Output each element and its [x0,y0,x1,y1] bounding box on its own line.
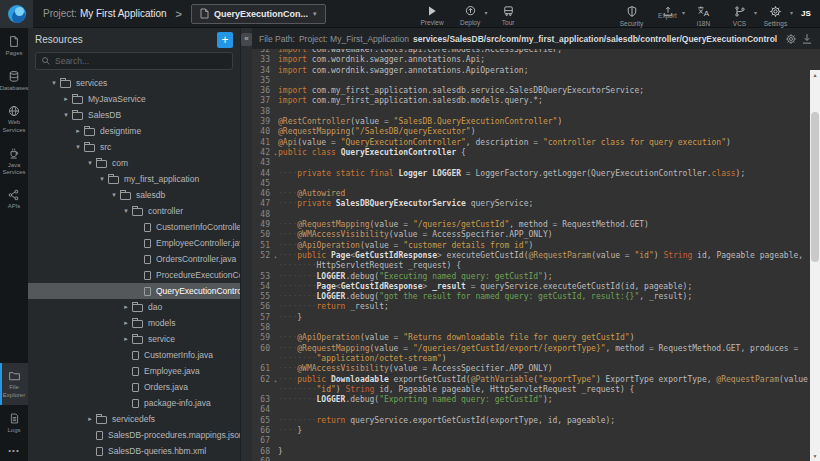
tree-row[interactable]: QueryExecutionController.java [28,283,240,299]
git-branch-icon [734,5,746,18]
fold-icon[interactable]: ▾ [274,376,277,386]
folder-icon [96,160,107,168]
tree-caret-icon[interactable]: ▸ [120,335,132,343]
tree-caret-icon[interactable]: ▾ [48,79,60,87]
line-number: 44 [252,169,270,179]
tree-caret-icon[interactable]: ▾ [96,175,108,183]
tree-row[interactable]: ▾salesdb [28,187,240,203]
editor-settings-gear-icon[interactable] [785,33,797,45]
line-number: 51 [252,241,270,251]
settings-button[interactable]: Settings ▾ [761,1,790,27]
rail-item-apis[interactable]: APIs [0,182,28,216]
folder-icon [132,336,143,344]
tree-row[interactable]: ▾my_first_application [28,171,240,187]
line-number [252,385,270,395]
tree-caret-icon[interactable]: ▸ [84,415,96,423]
line-number: 64 [252,405,270,415]
tree-row[interactable]: ▸servicedefs [28,411,240,427]
fold-icon[interactable]: ▾ [274,149,277,159]
file-dropdown[interactable]: QueryExecutionCon... ▾ [191,4,326,24]
tree-row[interactable]: ▸dao [28,299,240,315]
user-avatar[interactable]: JS [797,5,815,23]
tree-caret-icon[interactable]: ▾ [84,159,96,167]
rail-item-web-services[interactable]: Web Services [0,98,28,139]
vcs-button[interactable]: VCS ▾ [725,1,754,27]
download-icon[interactable] [801,33,813,45]
search-input[interactable] [55,56,227,66]
more-options-icon[interactable]: ••• [0,440,28,461]
tree-caret-icon[interactable]: ▸ [120,319,132,327]
tree-label: servicedefs [112,414,155,424]
line-number: 48 [252,210,270,220]
rail-item-java-services[interactable]: Java Services [0,140,28,182]
tree-row[interactable]: EmployeeController.java [28,235,240,251]
rail-item-logs[interactable]: Logs [0,405,28,440]
tree-row[interactable]: package-info.java [28,395,240,411]
tree-caret-icon[interactable]: ▸ [60,95,72,103]
tree-row[interactable]: OrdersController.java [28,251,240,267]
scroll-down-icon[interactable]: ▼ [810,451,820,461]
tree-label: salesdb [136,190,165,200]
export-button[interactable]: Export ▾ [653,1,682,19]
folder-icon [132,208,143,216]
play-icon [426,5,438,17]
file-icon [132,399,139,408]
tree-row[interactable]: CustomerInfo.java [28,347,240,363]
tree-row[interactable]: Orders.java [28,379,240,395]
tree-label: CustomerInfo.java [144,350,213,360]
app-logo[interactable] [0,0,33,28]
line-number: 62▾ [252,375,270,385]
folder-icon [96,416,107,424]
i18n-button[interactable]: A i18N [689,1,718,27]
tree-label: Employee.java [144,366,200,376]
panel-divider[interactable]: « [240,28,252,461]
tree-row[interactable]: ▾controller [28,203,240,219]
code-area[interactable]: 3233343536373839404142▾43444546474849505… [252,49,820,461]
tree-row[interactable]: ProcedureExecutionController.java [28,267,240,283]
rail-item-databases[interactable]: Databases [0,63,28,98]
tree-caret-icon[interactable]: ▾ [108,191,120,199]
tree-row[interactable]: Employee.java [28,363,240,379]
tree-row[interactable]: ▾services [28,75,240,91]
tree-caret-icon[interactable]: ▸ [72,127,84,135]
tree-caret-icon[interactable]: ▾ [60,111,72,119]
collapse-panel-icon[interactable]: « [241,33,252,46]
tree-row[interactable]: ▾src [28,139,240,155]
editor-scrollbar[interactable]: ▲ ▼ [810,70,820,461]
page-icon [8,35,20,48]
preview-button[interactable]: Preview [418,1,447,26]
tree-row[interactable]: SalesDB-queries.hbm.xml [28,443,240,459]
tree-row[interactable]: ▾com [28,155,240,171]
tree-row[interactable]: ▸designtime [28,123,240,139]
tree-row[interactable]: ▸MyJavaService [28,91,240,107]
file-path-project: Project: My_First_Application [299,34,409,44]
scroll-up-icon[interactable]: ▲ [810,70,820,80]
add-resource-button[interactable]: + [217,32,233,48]
tree-row[interactable]: ▾SalesDB [28,107,240,123]
tree-row[interactable]: SalesDB-procedures.mappings.json [28,427,240,443]
code-line: ········return queryService.exportGetCus… [278,416,820,426]
tour-button[interactable]: Tour [494,1,523,26]
folder-icon [120,192,131,200]
line-number: 54 [252,282,270,292]
line-number: 42▾ [252,148,270,158]
tree-row[interactable]: ▸service [28,331,240,347]
editor-code[interactable]: import com.wavemaker.tools.api.core.mode… [278,49,820,461]
file-icon [144,287,151,296]
rail-item-pages[interactable]: Pages [0,28,28,63]
folder-icon [72,112,83,120]
rail-item-file-explorer[interactable]: File Explorer [0,363,28,404]
code-line [278,323,820,333]
scrollbar-thumb[interactable] [811,112,819,262]
tree-row[interactable]: CustomerInfoController.java [28,219,240,235]
security-button[interactable]: Security [617,1,646,27]
tree-row[interactable]: ▸models [28,315,240,331]
tree-caret-icon[interactable]: ▾ [120,207,132,215]
tree-caret-icon[interactable]: ▸ [120,303,132,311]
fold-icon[interactable]: ▾ [274,252,277,262]
line-number: 36 [252,86,270,96]
line-number: 53 [252,272,270,282]
deploy-button[interactable]: Deploy ▾ [456,1,485,26]
file-icon [96,431,103,440]
tree-caret-icon[interactable]: ▾ [72,143,84,151]
